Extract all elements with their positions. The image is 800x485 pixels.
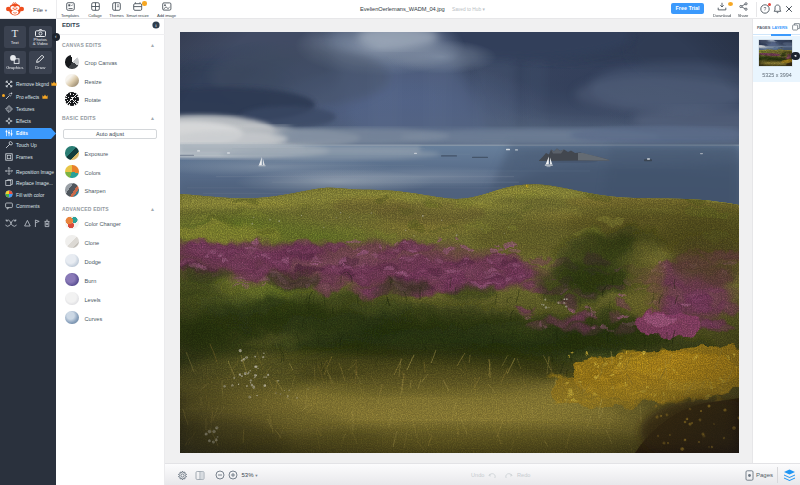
svg-text:?: ? (764, 6, 767, 12)
